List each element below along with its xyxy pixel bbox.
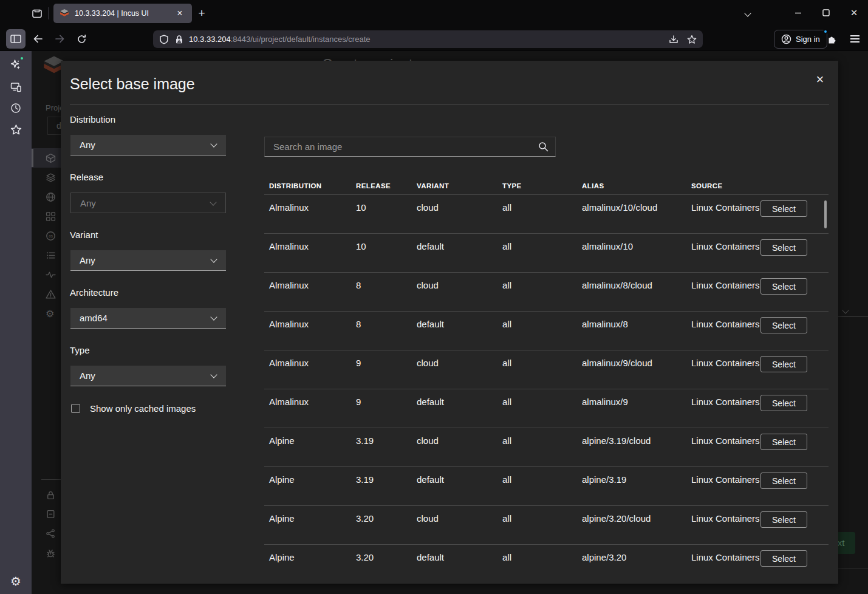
menu-hamburger-icon[interactable] xyxy=(846,30,863,47)
cell-variant: default xyxy=(412,239,497,272)
table-row: Almalinux 8 default all almalinux/8 Linu… xyxy=(264,311,829,350)
select-button[interactable]: Select xyxy=(760,473,807,489)
reload-button[interactable] xyxy=(73,30,90,47)
save-page-icon[interactable] xyxy=(669,35,678,44)
cell-source: Linux Containers xyxy=(686,473,760,505)
window-minimize-button[interactable] xyxy=(784,0,812,26)
synced-tabs-icon[interactable] xyxy=(9,80,22,94)
modal-close-button[interactable]: × xyxy=(812,72,829,89)
table-header-row: DISTRIBUTIONRELEASEVARIANTTYPEALIASSOURC… xyxy=(264,174,829,194)
cell-alias: alpine/3.20 xyxy=(577,550,686,583)
cell-type: all xyxy=(497,317,577,350)
cell-variant: cloud xyxy=(412,200,497,233)
cell-type: all xyxy=(497,239,577,272)
nav-scrollbar xyxy=(32,149,33,167)
url-text: 10.3.33.204:8443/ui/project/default/inst… xyxy=(189,35,669,44)
window-close-button[interactable]: × xyxy=(840,0,868,26)
select-button[interactable]: Select xyxy=(760,278,807,295)
modal-title: Select base image xyxy=(70,75,195,93)
cached-images-checkbox[interactable] xyxy=(71,404,80,413)
cell-variant: cloud xyxy=(412,278,497,311)
signin-label: Sign in xyxy=(796,35,820,44)
cached-images-label: Show only cached images xyxy=(90,403,196,414)
select-button[interactable]: Select xyxy=(760,434,807,450)
cell-distribution: Almalinux xyxy=(264,239,351,272)
storage-grid-icon xyxy=(46,211,56,222)
cluster-share-icon xyxy=(46,528,56,539)
distribution-select[interactable]: Any xyxy=(70,135,226,155)
cell-type: all xyxy=(497,511,577,544)
cell-source: Linux Containers xyxy=(686,434,760,466)
select-button[interactable]: Select xyxy=(760,239,807,256)
cell-type: all xyxy=(497,550,577,583)
bookmarks-star-icon[interactable] xyxy=(9,123,22,136)
column-header: RELEASE xyxy=(351,182,412,189)
new-tab-button[interactable]: + xyxy=(194,6,209,21)
tracking-shield-icon[interactable] xyxy=(159,35,169,44)
ai-chatbot-icon[interactable] xyxy=(9,58,22,71)
operations-pulse-icon xyxy=(46,270,56,280)
incus-page: Incus UI Create an instance Project defa… xyxy=(32,51,868,594)
column-header: TYPE xyxy=(497,182,577,189)
forward-button[interactable] xyxy=(51,30,68,47)
type-select[interactable]: Any xyxy=(70,366,226,386)
cell-source: Linux Containers xyxy=(686,239,760,272)
active-dot xyxy=(19,56,24,61)
tab-close-button[interactable]: × xyxy=(174,7,186,19)
select-button[interactable]: Select xyxy=(760,200,807,217)
image-search-input[interactable] xyxy=(264,137,556,157)
release-label: Release xyxy=(70,172,103,182)
bookmark-star-icon[interactable] xyxy=(687,35,697,44)
cell-alias: almalinux/10 xyxy=(577,239,686,272)
select-button[interactable]: Select xyxy=(760,395,807,411)
cell-source: Linux Containers xyxy=(686,511,760,544)
cell-release: 9 xyxy=(351,395,412,428)
url-bar[interactable]: 10.3.33.204:8443/ui/project/default/inst… xyxy=(153,30,703,48)
cell-variant: cloud xyxy=(412,434,497,466)
chevron-down-icon xyxy=(210,313,217,320)
cell-variant: cloud xyxy=(412,511,497,544)
incus-favicon xyxy=(60,9,69,18)
server-box-icon xyxy=(46,509,56,519)
cell-release: 3.19 xyxy=(351,434,412,466)
background-select-chevron-icon xyxy=(843,304,848,315)
tabbar-divider xyxy=(48,7,49,19)
select-button[interactable]: Select xyxy=(760,317,807,333)
architecture-select[interactable]: amd64 xyxy=(70,308,226,329)
profiles-layers-icon xyxy=(46,172,56,183)
window-maximize-button[interactable] xyxy=(812,0,840,26)
table-row: Almalinux 10 default all almalinux/10 Li… xyxy=(264,233,829,272)
connection-lock-warning-icon[interactable] xyxy=(174,35,184,44)
instances-nav-icon xyxy=(46,153,56,163)
cell-source: Linux Containers xyxy=(686,356,760,389)
firefox-view-icon[interactable] xyxy=(30,7,44,20)
cell-alias: alpine/3.19/cloud xyxy=(577,434,686,466)
variant-label: Variant xyxy=(70,230,98,240)
table-scrollbar-thumb[interactable] xyxy=(824,200,827,228)
cell-distribution: Alpine xyxy=(264,550,351,583)
select-button[interactable]: Select xyxy=(760,550,807,567)
browser-toolbar: 10.3.33.204:8443/ui/project/default/inst… xyxy=(0,27,868,51)
back-button[interactable] xyxy=(29,30,46,47)
table-row: Almalinux 9 default all almalinux/9 Linu… xyxy=(264,389,829,428)
cell-distribution: Almalinux xyxy=(264,200,351,233)
browser-tab-bar: 10.3.33.204 | Incus UI × + × xyxy=(0,0,868,27)
cell-distribution: Alpine xyxy=(264,511,351,544)
extensions-puzzle-icon[interactable] xyxy=(823,30,840,47)
cell-release: 10 xyxy=(351,239,412,272)
sidebar-toggle-button[interactable] xyxy=(6,29,26,49)
networks-globe-icon xyxy=(46,192,56,202)
cell-variant: default xyxy=(412,550,497,583)
cell-release: 9 xyxy=(351,356,412,389)
signin-button[interactable]: Sign in xyxy=(774,30,827,49)
select-button[interactable]: Select xyxy=(760,356,807,372)
variant-select[interactable]: Any xyxy=(70,250,226,271)
browser-tab[interactable]: 10.3.33.204 | Incus UI × xyxy=(53,4,192,23)
table-row: Almalinux 8 cloud all almalinux/8/cloud … xyxy=(264,272,829,311)
cell-release: 3.20 xyxy=(351,511,412,544)
select-button[interactable]: Select xyxy=(760,511,807,528)
tab-list-chevron-icon[interactable] xyxy=(740,6,755,21)
history-clock-icon[interactable] xyxy=(9,101,22,115)
table-row: Alpine 3.19 default all alpine/3.19 Linu… xyxy=(264,466,829,505)
sidebar-settings-gear-icon[interactable]: ⚙ xyxy=(9,575,22,588)
